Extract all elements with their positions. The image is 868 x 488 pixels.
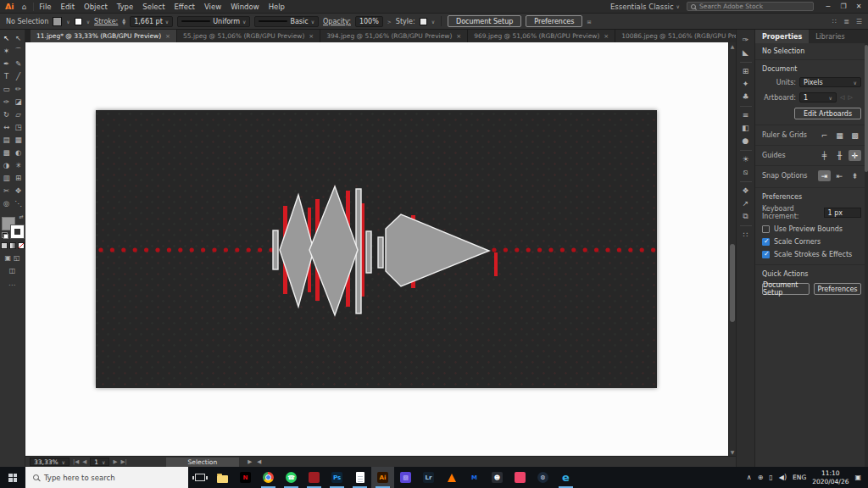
first-artboard-button[interactable]: |◀ [73,458,79,465]
eyedropper-tool[interactable]: ◐ [15,147,21,159]
chrome[interactable] [257,467,280,488]
task-view-button[interactable] [188,467,211,488]
battery-icon[interactable]: ▯ [769,474,772,481]
lock-guides-icon[interactable]: ╫ [833,150,846,161]
opacity-label[interactable]: Opacity: [323,18,351,25]
default-fill-stroke-icon[interactable] [2,232,8,238]
type-tool[interactable]: T [4,70,8,83]
eraser-tool[interactable]: ◪ [14,96,21,108]
start-button[interactable] [0,467,25,488]
snap-to-pixel-icon[interactable]: ⇤ [833,170,846,181]
artboard-navigation-select[interactable]: 1∨ [90,458,109,466]
next-artboard-icon[interactable]: ▷ [848,94,852,101]
snap-to-point-icon[interactable]: ⇞ [849,170,861,181]
zoom-tool[interactable]: ◎ [3,197,9,210]
units-select[interactable]: Pixels∨ [799,77,861,87]
lightroom[interactable]: Lr [417,467,440,488]
screen-mode-icon[interactable]: ◫ [9,267,16,274]
adobe-cc[interactable] [303,467,326,488]
scrollbar-thumb[interactable] [730,244,735,322]
document-tab-2[interactable]: 55.jpeg @ 51,06% (RGB/GPU Preview)× [177,30,320,42]
shape-builder-tool[interactable]: ◳ [14,121,21,134]
next-artboard-button[interactable]: ▶ [113,458,117,465]
document-setup-button[interactable]: Document Setup [448,15,521,27]
draw-behind-icon[interactable]: ◱ [14,254,20,262]
taskbar-search[interactable]: Type here to search [25,467,188,488]
close-button[interactable]: ✕ [851,3,866,10]
pen-tool[interactable]: ✒ [3,58,9,70]
edge[interactable]: e [554,467,577,488]
selection-tool[interactable]: ↖ [3,32,9,45]
pink-app[interactable] [509,467,531,488]
document-tab-4[interactable]: 969.jpeg @ 51,06% (RGB/GPU Preview)× [468,30,615,42]
width-profile-select[interactable]: Uniform∨ [177,16,250,27]
preferences-button[interactable]: Preferences [814,283,861,295]
opacity-field[interactable]: 100% [355,16,383,27]
panel-scrollbar-thumb[interactable] [865,45,868,172]
gradient-tool[interactable]: ▩ [3,147,9,159]
menu-file[interactable]: File [39,3,51,11]
swatches-panel-icon[interactable]: ⊞ [743,65,749,78]
zoom-level-select[interactable]: 33,33%∨ [30,458,70,466]
scroll-down-icon[interactable]: ▼ [729,449,736,455]
preferences-button[interactable]: Preferences [526,15,582,27]
width-tool[interactable]: ↔ [3,121,9,134]
panel-tab-properties[interactable]: Properties [755,30,809,43]
prev-artboard-button[interactable]: ◀ [82,458,86,465]
show-guides-icon[interactable]: ╪ [818,150,831,161]
vertical-scrollbar[interactable]: ▲ ▼ [728,42,736,456]
docking-icon[interactable]: ∷ [832,18,837,25]
lasso-tool[interactable]: ⌒ [14,45,22,58]
stroke-width-field[interactable]: 1,661 pt∨ [130,16,173,27]
paintbrush-tool[interactable]: ✏ [15,83,21,96]
opacity-expand-icon[interactable]: > [387,19,392,25]
edit-toolbar-icon[interactable]: ⋯ [8,281,16,289]
tray-expand-icon[interactable]: ∧ [747,474,752,481]
slice-tool[interactable]: ✂ [3,185,9,197]
blend-tool[interactable]: ◑ [3,159,9,172]
tab-close-icon[interactable]: × [165,33,170,40]
pattern-panel-icon[interactable]: ✦ [743,78,749,91]
rectangle-tool[interactable]: ▭ [3,83,9,96]
shaper-tool[interactable]: ✑ [3,96,9,108]
language-indicator[interactable]: ENG [793,474,806,481]
menu-select[interactable]: Select [142,3,164,11]
volume-icon[interactable]: ◀) [779,474,787,481]
panel-tab-libraries[interactable]: Libraries [809,30,852,43]
smart-guides-icon[interactable]: ✛ [849,150,861,161]
whatsapp[interactable]: ☎ [280,467,303,488]
minimize-button[interactable]: ─ [821,3,836,10]
stroke-panel-icon[interactable]: ≡ [743,109,749,122]
canvas-pasteboard[interactable] [25,42,728,456]
line-segment-tool[interactable]: ╱ [16,70,20,83]
document-tab-1[interactable]: 11.jpeg* @ 33,33% (RGB/GPU Preview)× [31,30,177,42]
prev-artboard-icon[interactable]: ◁ [840,94,844,101]
artboards-panel-icon[interactable]: ⧉ [743,210,748,223]
network-icon[interactable]: ⊕ [758,474,764,481]
taskbar-clock[interactable]: 11:102020/04/26 [812,469,849,485]
color-button[interactable] [1,242,8,249]
malwarebytes[interactable]: M [463,467,486,488]
document-tab-3[interactable]: 394.jpeg @ 51,06% (RGB/GPU Preview)× [320,30,468,42]
chevron-down-icon[interactable]: ∨ [431,19,435,25]
stroke-stepper[interactable]: ▲▼ [122,18,125,25]
netflix[interactable]: N [234,467,257,488]
hscroll-left-icon[interactable]: ◀ [257,458,261,465]
curvature-tool[interactable]: ✎ [15,58,21,70]
free-transform-tool[interactable]: ▱ [15,108,21,121]
arrange-documents-icon[interactable]: ≣ [843,18,849,25]
perspective-grid-tool[interactable]: ▤ [3,134,9,147]
action-center-icon[interactable]: ▣ [854,474,861,481]
tab-close-icon[interactable]: × [604,33,609,40]
show-rulers-icon[interactable]: ⌐ [818,130,831,141]
discord[interactable]: ☻ [486,467,509,488]
chevron-down-icon[interactable]: ∨ [86,19,90,25]
scale-corners-checkbox[interactable] [762,238,770,246]
photoshop[interactable]: Ps [326,467,348,488]
hscroll-right-icon[interactable]: ▶ [248,458,252,465]
asset-export-panel-icon[interactable]: ↗ [743,197,749,210]
hand-tool[interactable]: ✥ [15,185,21,197]
workspace-switcher[interactable]: Essentials Classic ∨ [610,3,680,11]
brush-select[interactable]: Basic∨ [254,16,319,27]
show-grid-icon[interactable]: ▦ [833,130,846,141]
